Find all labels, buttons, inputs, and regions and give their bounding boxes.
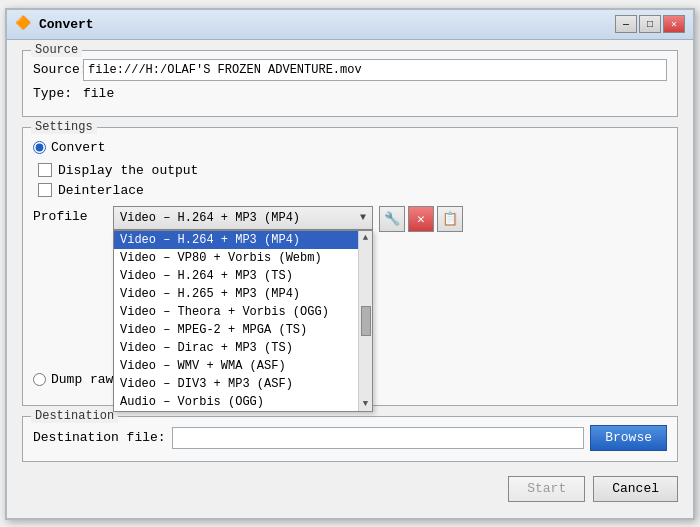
- dropdown-item-2[interactable]: Video – H.264 + MP3 (TS): [114, 267, 372, 285]
- convert-dialog: 🔶 Convert — □ ✕ Source Source: Type: fil…: [5, 8, 695, 520]
- profile-selected-text: Video – H.264 + MP3 (MP4): [120, 211, 300, 225]
- settings-section-title: Settings: [31, 120, 97, 134]
- profile-row-container: Profile Video – H.264 + MP3 (MP4) ▼: [33, 206, 667, 232]
- delete-profile-button[interactable]: ✕: [408, 206, 434, 232]
- vlc-icon: 🔶: [15, 15, 33, 33]
- profile-dropdown-list[interactable]: Video – H.264 + MP3 (MP4) Video – VP80 +…: [113, 230, 373, 412]
- display-output-checkbox[interactable]: [38, 163, 52, 177]
- maximize-button[interactable]: □: [639, 15, 661, 33]
- type-label: Type:: [33, 86, 83, 101]
- source-input[interactable]: [83, 59, 667, 81]
- convert-label: Convert: [51, 140, 106, 155]
- profile-controls: Video – H.264 + MP3 (MP4) ▼ Video – H.26…: [113, 206, 463, 232]
- dropdown-item-7[interactable]: Video – WMV + WMA (ASF): [114, 357, 372, 375]
- convert-radio[interactable]: [33, 141, 46, 154]
- dest-file-label: Destination file:: [33, 430, 166, 445]
- browse-button[interactable]: Browse: [590, 425, 667, 451]
- destination-section-title: Destination: [31, 409, 118, 423]
- title-buttons: — □ ✕: [615, 15, 685, 33]
- dropdown-item-1[interactable]: Video – VP80 + Vorbis (Webm): [114, 249, 372, 267]
- dest-file-input[interactable]: [172, 427, 585, 449]
- bottom-buttons: Start Cancel: [22, 472, 678, 508]
- start-button[interactable]: Start: [508, 476, 585, 502]
- type-row: Type: file: [33, 86, 667, 101]
- title-bar: 🔶 Convert — □ ✕: [7, 10, 693, 40]
- new-profile-button[interactable]: 📋: [437, 206, 463, 232]
- settings-inner: Convert Display the output Deinterlace P…: [33, 136, 667, 387]
- source-section: Source Source: Type: file: [22, 50, 678, 117]
- close-button[interactable]: ✕: [663, 15, 685, 33]
- dropdown-scrollbar[interactable]: ▲ ▼: [358, 231, 372, 411]
- profile-action-buttons: 🔧 ✕ 📋: [379, 206, 463, 232]
- profile-dropdown-wrapper: Video – H.264 + MP3 (MP4) ▼ Video – H.26…: [113, 206, 373, 230]
- type-value: file: [83, 86, 114, 101]
- dropdown-list-inner: Video – H.264 + MP3 (MP4) Video – VP80 +…: [114, 231, 372, 411]
- deinterlace-row: Deinterlace: [38, 183, 667, 198]
- wrench-button[interactable]: 🔧: [379, 206, 405, 232]
- profile-label: Profile: [33, 206, 113, 224]
- dest-row: Destination file: Browse: [33, 425, 667, 451]
- dropdown-item-6[interactable]: Video – Dirac + MP3 (TS): [114, 339, 372, 357]
- dropdown-item-0[interactable]: Video – H.264 + MP3 (MP4): [114, 231, 372, 249]
- scroll-up-arrow[interactable]: ▲: [363, 233, 368, 243]
- scroll-down-arrow[interactable]: ▼: [363, 399, 368, 409]
- display-output-label: Display the output: [58, 163, 198, 178]
- settings-section: Settings Convert Display the output Dein…: [22, 127, 678, 406]
- profile-dropdown[interactable]: Video – H.264 + MP3 (MP4) ▼: [113, 206, 373, 230]
- dialog-content: Source Source: Type: file Settings Conve…: [7, 40, 693, 518]
- minimize-button[interactable]: —: [615, 15, 637, 33]
- cancel-button[interactable]: Cancel: [593, 476, 678, 502]
- convert-radio-row: Convert: [33, 140, 667, 155]
- scroll-thumb: [361, 306, 371, 336]
- dropdown-item-5[interactable]: Video – MPEG-2 + MPGA (TS): [114, 321, 372, 339]
- dropdown-arrow-icon: ▼: [360, 212, 366, 223]
- dropdown-item-8[interactable]: Video – DIV3 + MP3 (ASF): [114, 375, 372, 393]
- source-row: Source:: [33, 59, 667, 81]
- title-bar-left: 🔶 Convert: [15, 15, 94, 33]
- dropdown-item-3[interactable]: Video – H.265 + MP3 (MP4): [114, 285, 372, 303]
- display-output-row: Display the output: [38, 163, 667, 178]
- dropdown-item-4[interactable]: Video – Theora + Vorbis (OGG): [114, 303, 372, 321]
- dropdown-item-9[interactable]: Audio – Vorbis (OGG): [114, 393, 372, 411]
- window-title: Convert: [39, 17, 94, 32]
- destination-section: Destination Destination file: Browse: [22, 416, 678, 462]
- source-label: Source:: [33, 62, 83, 77]
- dump-raw-radio[interactable]: [33, 373, 46, 386]
- deinterlace-label: Deinterlace: [58, 183, 144, 198]
- deinterlace-checkbox[interactable]: [38, 183, 52, 197]
- source-section-title: Source: [31, 43, 82, 57]
